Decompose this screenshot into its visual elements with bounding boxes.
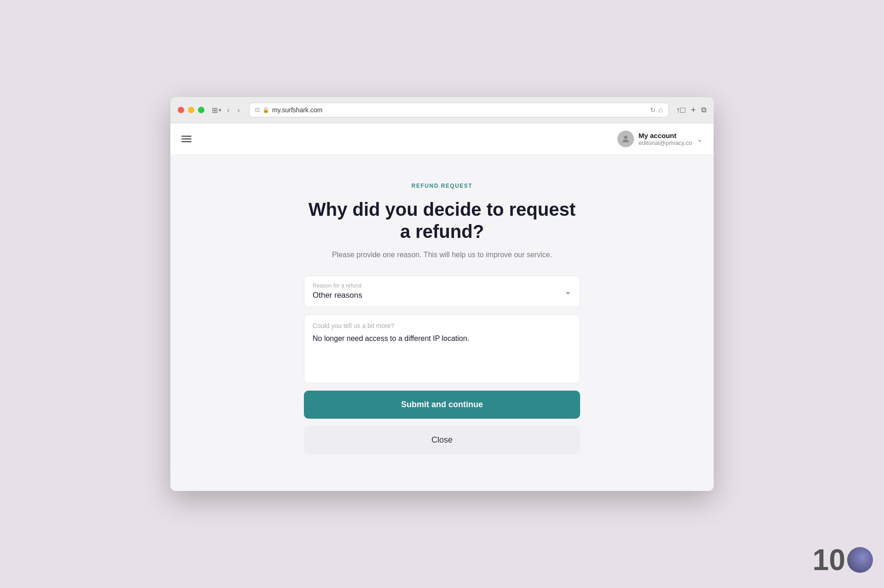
sidebar-toggle[interactable]: ⊞ ▾ [212, 106, 221, 115]
reload-icon[interactable]: ↻ [650, 106, 656, 114]
account-email: editorial@privacy.co [639, 139, 692, 146]
select-inner: Reason for a refund Other reasons [313, 282, 362, 300]
watermark: 10 [813, 543, 873, 577]
share-icon[interactable]: ↑□ [676, 105, 686, 115]
url-text: my.surfshark.com [272, 106, 322, 114]
page-header: My account editorial@privacy.co ⌄ [170, 123, 714, 155]
hamburger-line [181, 138, 192, 139]
textarea-content[interactable]: No longer need access to a different IP … [313, 333, 571, 344]
account-menu[interactable]: My account editorial@privacy.co ⌄ [617, 131, 703, 147]
chevron-down-icon: ▾ [219, 107, 221, 113]
select-label: Reason for a refund [313, 282, 362, 289]
account-chevron-icon: ⌄ [697, 135, 703, 144]
watermark-dot [847, 547, 873, 573]
browser-actions: ↑□ + ⧉ [676, 105, 706, 115]
watermark-number: 10 [813, 543, 845, 577]
submit-button[interactable]: Submit and continue [304, 391, 580, 419]
textarea-wrapper[interactable]: Could you tell us a bit more? No longer … [304, 314, 580, 383]
page-subtitle: Please provide one reason. This will hel… [332, 251, 552, 259]
sidebar-icon: ⊞ [212, 106, 218, 115]
new-tab-icon[interactable]: + [691, 105, 696, 115]
account-name: My account [639, 132, 692, 139]
forward-button[interactable]: › [235, 104, 242, 116]
page-icon: ⊡ [255, 107, 260, 113]
page-title: Why did you decide to request a refund? [304, 198, 580, 242]
address-bar[interactable]: ⊡ 🔒 my.surfshark.com ↻ ⌂ [249, 103, 669, 117]
minimize-traffic-light[interactable] [188, 107, 194, 113]
select-value: Other reasons [313, 291, 362, 300]
browser-controls: ⊞ ▾ ‹ › [212, 104, 242, 116]
home-icon[interactable]: ⌂ [658, 106, 663, 114]
hamburger-menu[interactable] [181, 136, 192, 142]
hamburger-line [181, 136, 192, 137]
browser-chrome: ⊞ ▾ ‹ › ⊡ 🔒 my.surfshark.com ↻ ⌂ ↑□ + ⧉ [170, 97, 714, 123]
account-text: My account editorial@privacy.co [639, 132, 692, 146]
page-content: REFUND REQUEST Why did you decide to req… [170, 155, 714, 491]
close-traffic-light[interactable] [178, 107, 184, 113]
textarea-placeholder: Could you tell us a bit more? [313, 322, 571, 329]
reason-select[interactable]: Reason for a refund Other reasons ⌄ [304, 276, 580, 307]
close-button[interactable]: Close [304, 426, 580, 454]
form-container: Reason for a refund Other reasons ⌄ Coul… [304, 276, 580, 454]
traffic-lights [178, 107, 204, 113]
select-chevron-icon: ⌄ [564, 286, 571, 296]
browser-window: ⊞ ▾ ‹ › ⊡ 🔒 my.surfshark.com ↻ ⌂ ↑□ + ⧉ [170, 97, 714, 491]
back-button[interactable]: ‹ [225, 104, 232, 116]
avatar [617, 131, 634, 147]
hamburger-line [181, 141, 192, 142]
refund-request-label: REFUND REQUEST [412, 183, 472, 189]
maximize-traffic-light[interactable] [198, 107, 204, 113]
tabs-icon[interactable]: ⧉ [701, 106, 706, 114]
svg-point-0 [624, 136, 627, 139]
lock-icon: 🔒 [262, 107, 269, 113]
